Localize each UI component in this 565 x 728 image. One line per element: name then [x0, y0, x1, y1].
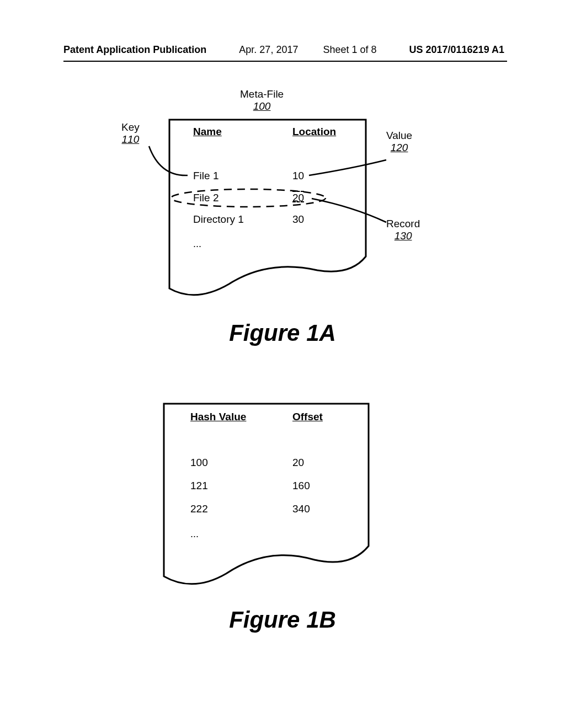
- key-text: Key: [121, 121, 140, 133]
- meta-file-ref: 100: [240, 100, 284, 113]
- value-callout: Value 120: [386, 130, 412, 154]
- key-ref: 110: [121, 133, 140, 146]
- publication-number: US 2017/0116219 A1: [409, 44, 504, 56]
- value-ref: 120: [386, 142, 412, 154]
- publication-date: Apr. 27, 2017: [239, 44, 298, 55]
- row3-name: Directory 1: [193, 213, 244, 226]
- record-ref: 130: [386, 230, 420, 242]
- b-row1-offset: 20: [292, 457, 304, 469]
- figure-a-caption: Figure 1A: [0, 320, 565, 346]
- col-header-hash: Hash Value: [190, 411, 246, 423]
- figure-a-container: [168, 119, 367, 295]
- row1-location: 10: [292, 170, 304, 182]
- page-header: Patent Application Publication Apr. 27, …: [0, 44, 565, 56]
- sheet-number: Sheet 1 of 8: [323, 44, 376, 55]
- value-text: Value: [386, 130, 412, 142]
- publication-label: Patent Application Publication: [63, 44, 206, 55]
- figure-b-caption: Figure 1B: [0, 607, 565, 633]
- record-text: Record: [386, 218, 420, 230]
- col-header-offset: Offset: [292, 411, 323, 423]
- key-callout: Key 110: [121, 121, 140, 146]
- row1-name: File 1: [193, 170, 218, 182]
- figure-b-container: [163, 403, 370, 585]
- row3-location: 30: [292, 213, 304, 226]
- b-row2-hash: 121: [190, 480, 208, 492]
- record-callout: Record 130: [386, 218, 420, 242]
- b-row2-offset: 160: [292, 480, 310, 492]
- b-row3-hash: 222: [190, 503, 208, 515]
- meta-file-label: Meta-File: [240, 88, 284, 100]
- b-row3-offset: 340: [292, 503, 310, 515]
- b-row4-hash: ...: [190, 528, 199, 540]
- header-rule: [63, 61, 507, 62]
- col-header-location: Location: [292, 126, 336, 138]
- figure-a-title: Meta-File 100: [240, 88, 284, 113]
- row2-name: File 2: [193, 192, 218, 204]
- col-header-name: Name: [193, 126, 222, 138]
- row4-name: ...: [193, 238, 201, 250]
- b-row1-hash: 100: [190, 457, 208, 469]
- row2-location: 20: [292, 192, 304, 204]
